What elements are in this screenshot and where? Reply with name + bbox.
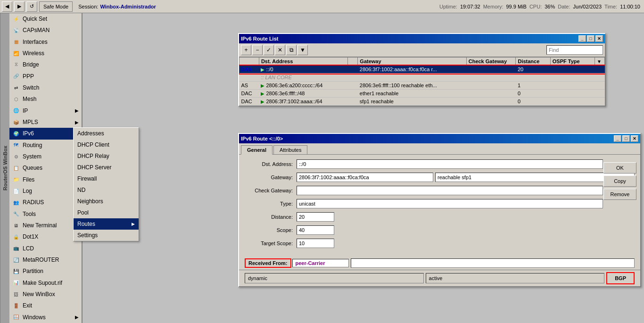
scope-input[interactable] xyxy=(297,225,334,235)
sidebar-item-system[interactable]: ⚙ System ▶ xyxy=(9,151,82,162)
route-list-maximize[interactable]: □ xyxy=(587,35,594,42)
sidebar-item-interfaces[interactable]: ▦ Interfaces xyxy=(9,36,82,48)
sidebar-item-ip[interactable]: 🌐 IP ▶ xyxy=(9,105,82,116)
sidebar-item-log[interactable]: 📄 Log xyxy=(9,185,82,197)
date-value: Jun/02/2023 xyxy=(573,4,602,9)
submenu-item-firewall[interactable]: Firewall xyxy=(74,173,139,184)
sidebar-item-dot1x[interactable]: 🔒 Dot1X xyxy=(9,231,82,242)
col-dst[interactable]: Dst. Address xyxy=(259,58,348,66)
refresh-button[interactable]: ↺ xyxy=(26,1,37,12)
add-route-button[interactable]: + xyxy=(241,45,251,55)
sidebar-item-lcd[interactable]: 📺 LCD xyxy=(9,243,82,254)
submenu-item-routes[interactable]: Routes xyxy=(74,218,139,230)
enable-route-button[interactable]: ✓ xyxy=(264,45,274,55)
sidebar-item-new-winbox[interactable]: 🖼 New WinBox xyxy=(9,289,82,300)
main-layout: RouterOS WinBox ⚡ Quick Set 📡 CAPsMAN ▦ … xyxy=(0,13,644,323)
sidebar-item-windows[interactable]: 🪟 Windows ▶ xyxy=(9,312,82,323)
sidebar-item-partition[interactable]: 💾 Partition xyxy=(9,265,82,277)
sidebar-item-new-terminal[interactable]: 🖥 New Terminal xyxy=(9,220,82,231)
table-row[interactable]: :: LAN CORE xyxy=(239,74,605,82)
metarouter-icon: 🔄 xyxy=(12,256,20,264)
tools-icon: 🔧 xyxy=(12,210,20,218)
sidebar-label-queues: Queues xyxy=(23,165,42,171)
route-list-minimize[interactable]: _ xyxy=(578,35,586,42)
sidebar-item-routing[interactable]: 🗺 Routing ▶ xyxy=(9,140,82,151)
col-ospf[interactable]: OSPF Type xyxy=(550,58,594,66)
check-gateway-input[interactable] xyxy=(297,186,603,195)
submenu-item-pool[interactable]: Pool xyxy=(74,207,139,218)
remove-route-button[interactable]: − xyxy=(252,45,263,55)
route-table-container: Dst. Address Gateway Check Gateway Dista… xyxy=(239,57,605,106)
table-row[interactable]: DAC ▶ 2806:3f7:1002:aaaa::/64 sfp1 reach… xyxy=(239,98,605,106)
gateway-input[interactable] xyxy=(297,173,433,182)
route-detail-maximize[interactable]: □ xyxy=(622,135,630,142)
sidebar-item-metarouter[interactable]: 🔄 MetaROUTER xyxy=(9,254,82,265)
distance-row: Distance: xyxy=(245,211,635,223)
table-row[interactable]: AS ▶ 2806:3e6:a200:cccc::/64 2806:3e6:ff… xyxy=(239,82,605,90)
submenu-item-addresses[interactable]: Addresses xyxy=(74,128,139,139)
tab-general[interactable]: General xyxy=(241,145,272,155)
submenu-item-settings[interactable]: Settings xyxy=(74,230,139,241)
sidebar-item-quick-set[interactable]: ⚡ Quick Set xyxy=(9,13,82,25)
row-dst-full: :: LAN CORE xyxy=(259,74,604,82)
sidebar-item-wireless[interactable]: 📶 Wireless xyxy=(9,48,82,59)
sidebar-item-capsman[interactable]: 📡 CAPsMAN xyxy=(9,25,82,36)
date-label: Date: xyxy=(558,4,570,9)
routing-icon: 🗺 xyxy=(12,141,20,149)
col-flags[interactable] xyxy=(239,58,259,66)
route-list-close[interactable]: ✕ xyxy=(595,35,603,42)
sidebar-item-mesh[interactable]: ⬡ Mesh xyxy=(9,93,82,105)
session-label: Session: xyxy=(78,4,98,9)
table-row[interactable]: DAC ▶ 2806:3e6:ffff::/48 ether1 reachabl… xyxy=(239,90,605,98)
col-gateway[interactable]: Gateway xyxy=(358,58,466,66)
sidebar-item-radius[interactable]: 👥 RADIUS xyxy=(9,197,82,208)
sidebar-item-ppp[interactable]: 🔗 PPP xyxy=(9,71,82,82)
col-check-gw[interactable]: Check Gateway xyxy=(466,58,516,66)
memory-value: 99.9 MiB xyxy=(506,4,526,9)
type-input[interactable] xyxy=(297,199,603,208)
sidebar-item-files[interactable]: 📁 Files xyxy=(9,174,82,185)
distance-input[interactable] xyxy=(297,212,334,222)
copy-route-button[interactable]: ⧉ xyxy=(286,45,297,55)
find-input[interactable] xyxy=(546,45,603,55)
route-detail-minimize[interactable]: _ xyxy=(614,135,621,142)
dst-address-input[interactable] xyxy=(297,159,603,169)
submenu-item-nd[interactable]: ND xyxy=(74,184,139,196)
sidebar-item-make-supout[interactable]: 📊 Make Supout.rif xyxy=(9,277,82,289)
sidebar-item-queues[interactable]: 📋 Queues xyxy=(9,162,82,174)
filter-button[interactable]: ▼ xyxy=(297,45,308,55)
route-detail-controls: _ □ ✕ xyxy=(614,135,638,142)
sidebar-item-ipv6[interactable]: 🌍 IPv6 ▶ xyxy=(9,128,82,139)
col-sort[interactable]: ▼ xyxy=(594,58,604,66)
back-button[interactable]: ◀ xyxy=(2,1,12,12)
disable-route-button[interactable]: ✕ xyxy=(275,45,285,55)
sidebar-item-exit[interactable]: 🚪 Exit xyxy=(9,300,82,311)
submenu-item-dhcp-relay[interactable]: DHCP Relay xyxy=(74,150,139,162)
safe-mode-button[interactable]: Safe Mode xyxy=(39,1,73,12)
target-scope-input[interactable] xyxy=(297,239,334,248)
sidebar-item-bridge[interactable]: ⧖ Bridge xyxy=(9,59,82,70)
switch-icon: ⇄ xyxy=(12,84,20,91)
sidebar-item-mpls[interactable]: 📦 MPLS ▶ xyxy=(9,116,82,128)
table-row[interactable]: DAb ▶ ::/0 2806:3f7:1002:aaaa::f0ca:f0ca… xyxy=(239,66,605,74)
cpu-value: 36% xyxy=(545,4,555,9)
tab-attributes[interactable]: Attributes xyxy=(273,145,307,154)
ok-button[interactable]: OK xyxy=(603,162,636,174)
gateway-row: Gateway: xyxy=(245,172,635,183)
route-list-window: IPv6 Route List _ □ ✕ + − ✓ ✕ ⧉ ▼ xyxy=(238,33,606,107)
col-distance[interactable]: Distance xyxy=(516,58,550,66)
sidebar-label-lcd: LCD xyxy=(23,245,34,252)
remove-button[interactable]: Remove xyxy=(603,189,636,200)
windows-icon: 🪟 xyxy=(12,314,20,321)
submenu-item-dhcp-client[interactable]: DHCP Client xyxy=(74,139,139,150)
sidebar-item-tools[interactable]: 🔧 Tools ▶ xyxy=(9,208,82,220)
forward-button[interactable]: ▶ xyxy=(14,1,25,12)
submenu-item-neighbors[interactable]: Neighbors xyxy=(74,196,139,207)
submenu-item-dhcp-server[interactable]: DHCP Server xyxy=(74,162,139,173)
sidebar-item-switch[interactable]: ⇄ Switch xyxy=(9,82,82,93)
route-detail-close[interactable]: ✕ xyxy=(631,135,638,142)
copy-button[interactable]: Copy xyxy=(603,175,636,187)
bgp-button[interactable]: BGP xyxy=(606,272,635,284)
new-winbox-icon: 🖼 xyxy=(12,290,20,298)
row-arrow2 xyxy=(348,66,358,74)
